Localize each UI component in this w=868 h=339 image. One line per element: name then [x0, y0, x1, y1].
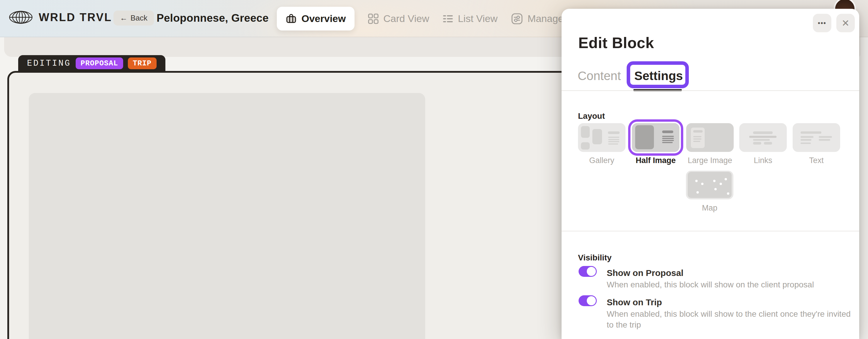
tab-manage[interactable]: Manage [511, 13, 564, 25]
briefcase-icon [286, 13, 297, 24]
image-placeholder[interactable] [29, 93, 425, 339]
proposal-badge: PROPOSAL [76, 58, 123, 69]
show-on-proposal-description: When enabled, this block will show on th… [607, 279, 814, 290]
tab-content[interactable]: Content [578, 69, 621, 83]
large-image-thumbnail-icon[interactable] [686, 123, 734, 152]
list-icon [442, 13, 453, 24]
sliders-icon [511, 13, 523, 25]
show-on-trip-toggle[interactable] [579, 295, 597, 306]
links-thumbnail-icon[interactable] [739, 123, 787, 152]
visibility-section-label: Visibility [578, 253, 612, 263]
toggle-knob [587, 296, 596, 305]
back-arrow-icon: ← [120, 13, 128, 23]
show-on-proposal-toggle[interactable] [579, 266, 597, 277]
tab-settings[interactable]: Settings [634, 69, 683, 83]
map-thumbnail-icon[interactable] [686, 171, 734, 199]
close-button[interactable]: ✕ [836, 14, 855, 32]
brand-name: WRLD TRVL [39, 11, 112, 24]
trip-badge: TRIP [128, 58, 157, 69]
close-icon: ✕ [842, 19, 849, 28]
divider [562, 90, 859, 91]
tab-list-view[interactable]: List View [442, 13, 497, 24]
toggle-knob [587, 267, 596, 276]
editing-status-tab: EDITING PROPOSAL TRIP [18, 55, 165, 71]
edit-block-panel: ••• ✕ Edit Block Content Settings Layout… [562, 9, 859, 339]
show-on-proposal-label: Show on Proposal [607, 268, 684, 278]
view-tabs: Overview Card View [277, 0, 564, 37]
layout-option-half-image[interactable]: Half Image [632, 123, 679, 165]
trip-title: Peloponnese, Greece [157, 12, 269, 24]
back-button[interactable]: ← Back [114, 10, 154, 26]
half-image-thumbnail-icon[interactable] [632, 123, 679, 152]
text-thumbnail-icon[interactable] [793, 123, 840, 152]
more-icon: ••• [818, 20, 826, 26]
brand[interactable]: WRLD TRVL [9, 10, 112, 24]
tab-overview[interactable]: Overview [277, 7, 354, 31]
tab-card-view[interactable]: Card View [368, 13, 429, 24]
show-on-trip-description: When enabled, this block will show to th… [607, 308, 859, 330]
layout-option-links[interactable]: Links [739, 123, 787, 165]
app-window: WRLD TRVL ← Back Peloponnese, Greece Ove… [0, 0, 868, 339]
divider [562, 231, 859, 232]
panel-title: Edit Block [578, 34, 654, 52]
layout-section-label: Layout [578, 112, 605, 121]
globe-logo-icon [9, 10, 33, 24]
grid-icon [368, 13, 379, 24]
gallery-thumbnail-icon[interactable] [578, 123, 625, 152]
layout-option-gallery[interactable]: Gallery [578, 123, 625, 165]
layout-option-text[interactable]: Text [793, 123, 840, 165]
layout-option-large-image[interactable]: Large Image [686, 123, 734, 165]
show-on-trip-label: Show on Trip [607, 297, 662, 307]
layout-option-map[interactable]: Map [686, 171, 734, 213]
more-options-button[interactable]: ••• [813, 14, 831, 32]
editing-label: EDITING [27, 59, 71, 68]
